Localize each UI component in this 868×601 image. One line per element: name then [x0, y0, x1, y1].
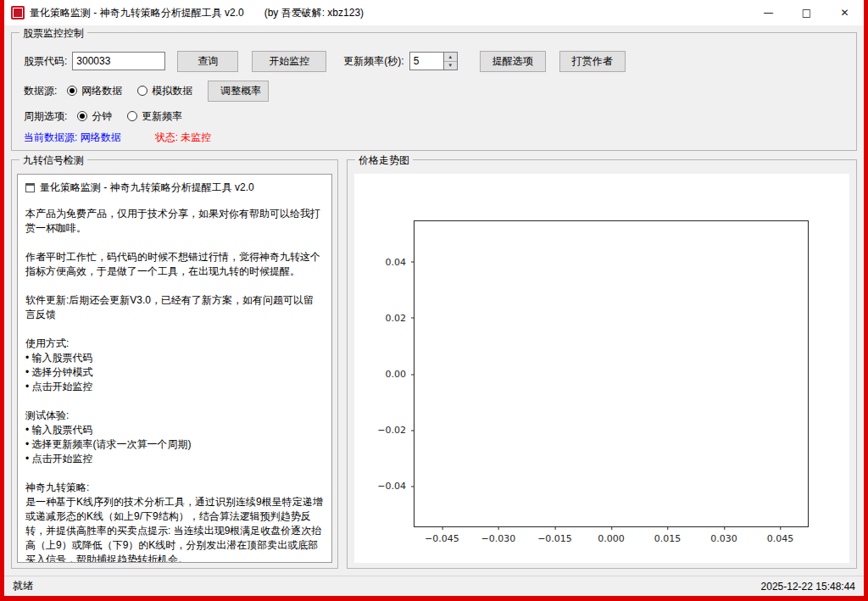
nine-turn-signal-group: 九转信号检测 量化策略监测 - 神奇九转策略分析提醒工具 v2.0 本产品为免费… — [11, 159, 338, 569]
y-tick-label: 0.02 — [386, 312, 407, 323]
y-tick-label: −0.04 — [377, 481, 406, 492]
radio-update-frequency-label: 更新频率 — [142, 109, 182, 124]
stock-control-group-title: 股票监控控制 — [19, 26, 87, 41]
radio-update-frequency[interactable]: 更新频率 — [127, 109, 182, 124]
nine-turn-signal-group-title: 九转信号检测 — [19, 153, 87, 168]
stock-code-input[interactable] — [72, 52, 165, 70]
app-icon — [11, 6, 25, 19]
stock-control-group: 股票监控控制 股票代码: 查询 开始监控 更新频率(秒): ▲ ▼ 提醒选项 打… — [11, 32, 857, 151]
status-bar: 就绪 2025-12-22 15:48:44 — [4, 576, 864, 596]
radio-network-data-label: 网络数据 — [81, 84, 122, 98]
reward-author-button[interactable]: 打赏作者 — [559, 51, 626, 72]
x-tick-label: 0.015 — [654, 533, 682, 544]
y-tick-label: 0.04 — [386, 256, 407, 267]
update-freq-spinner: ▲ ▼ — [409, 52, 458, 70]
x-tick-label: 0.000 — [598, 533, 625, 544]
info-panel[interactable]: 量化策略监测 - 神奇九转策略分析提醒工具 v2.0 本产品为免费产品，仅用于技… — [17, 174, 332, 563]
update-freq-input[interactable] — [409, 52, 443, 70]
close-button[interactable]: ✕ — [826, 0, 864, 25]
control-row-period: 周期选项: 分钟 更新频率 — [24, 108, 844, 125]
x-tick-label: −0.030 — [481, 533, 516, 544]
spinner-down-button[interactable]: ▼ — [444, 62, 457, 70]
stock-code-label: 股票代码: — [24, 54, 67, 69]
window-title: 量化策略监测 - 神奇九转策略分析提醒工具 v2.0 — [30, 6, 244, 20]
radio-unselected-icon — [127, 111, 137, 121]
radio-simulated-data[interactable]: 模拟数据 — [137, 84, 192, 98]
monitor-status-text: 状态: 未监控 — [155, 131, 212, 145]
control-row-main: 股票代码: 查询 开始监控 更新频率(秒): ▲ ▼ 提醒选项 打赏作者 — [24, 50, 844, 72]
adjust-probability-button[interactable]: 调整概率 — [208, 81, 269, 102]
spinner-up-button[interactable]: ▲ — [444, 53, 457, 62]
datasource-label: 数据源: — [24, 84, 57, 98]
price-chart-group-title: 价格走势图 — [355, 153, 413, 168]
maximize-button[interactable]: □ — [787, 0, 826, 25]
title-bar[interactable]: 量化策略监测 - 神奇九转策略分析提醒工具 v2.0 (by 吾爱破解: xbz… — [4, 0, 864, 25]
radio-simulated-data-label: 模拟数据 — [152, 84, 192, 98]
window-subtitle: (by 吾爱破解: xbz123) — [264, 6, 364, 20]
radio-minute-mode-label: 分钟 — [92, 109, 112, 124]
x-axis-tick-labels: −0.045 −0.030 −0.015 0.000 0.015 0.030 0… — [442, 526, 780, 547]
y-tick-label: 0.00 — [386, 369, 407, 380]
client-area: 股票监控控制 股票代码: 查询 开始监控 更新频率(秒): ▲ ▼ 提醒选项 打… — [4, 25, 864, 576]
radio-selected-icon — [77, 111, 87, 121]
price-chart-figure: −0.045 −0.030 −0.015 0.000 0.015 0.030 0… — [354, 174, 849, 563]
start-monitor-button[interactable]: 开始监控 — [252, 51, 326, 72]
price-chart-group: 价格走势图 −0.045 −0.030 −0.015 0.000 0.015 0… — [347, 159, 857, 569]
control-row-status: 当前数据源: 网络数据 状态: 未监控 — [24, 130, 844, 145]
control-row-datasource: 数据源: 网络数据 模拟数据 调整概率 — [24, 81, 844, 101]
y-tick-label: −0.02 — [377, 425, 406, 436]
spinner-buttons: ▲ ▼ — [443, 52, 458, 70]
period-options-label: 周期选项: — [24, 109, 67, 124]
info-panel-title-row: 量化策略监测 - 神奇九转策略分析提醒工具 v2.0 — [25, 181, 324, 195]
update-freq-label: 更新频率(秒): — [343, 54, 403, 69]
current-datasource-text: 当前数据源: 网络数据 — [24, 131, 121, 145]
radio-selected-icon — [67, 86, 77, 96]
radio-network-data[interactable]: 网络数据 — [67, 84, 122, 98]
chart-axes: −0.045 −0.030 −0.015 0.000 0.015 0.030 0… — [414, 220, 809, 527]
y-axis-tick-labels: 0.04 0.02 0.00 −0.02 −0.04 — [360, 262, 415, 486]
x-tick-label: −0.015 — [537, 533, 572, 544]
radio-minute-mode[interactable]: 分钟 — [77, 109, 112, 124]
info-panel-body: 本产品为免费产品，仅用于技术分享，如果对你有帮助可以给我打赏一杯咖啡。 作者平时… — [25, 207, 324, 563]
radio-unselected-icon — [137, 86, 147, 96]
bottom-panels: 九转信号检测 量化策略监测 - 神奇九转策略分析提醒工具 v2.0 本产品为免费… — [11, 159, 857, 569]
status-datetime: 2025-12-22 15:48:44 — [761, 581, 855, 593]
info-panel-title: 量化策略监测 - 神奇九转策略分析提醒工具 v2.0 — [40, 181, 254, 195]
query-button[interactable]: 查询 — [177, 51, 238, 72]
window-mini-icon — [25, 183, 35, 192]
status-ready-text: 就绪 — [13, 579, 33, 593]
remind-options-button[interactable]: 提醒选项 — [480, 51, 546, 72]
app-window: 量化策略监测 - 神奇九转策略分析提醒工具 v2.0 (by 吾爱破解: xbz… — [4, 0, 864, 596]
x-tick-label: −0.045 — [425, 533, 459, 544]
x-tick-label: 0.030 — [710, 533, 737, 544]
minimize-button[interactable]: — — [749, 0, 787, 25]
x-tick-label: 0.045 — [767, 533, 794, 544]
